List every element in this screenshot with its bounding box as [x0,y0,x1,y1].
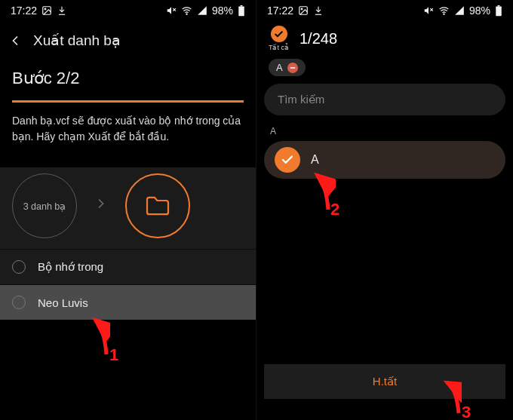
signal-icon [197,5,207,16]
chip-remove-icon[interactable] [287,63,298,73]
mute-icon [423,5,434,16]
step-title: Bước 2/2 [0,54,256,93]
signal-icon [454,5,465,16]
selection-chip[interactable]: A [269,59,306,76]
section-header: A [256,115,513,141]
selected-chip-row: A [256,54,513,84]
chevron-right-icon [94,195,109,217]
select-all-label: Tất cả [269,44,289,51]
body-text: Danh bạ.vcf sẽ được xuất vào bộ nhớ tron… [0,103,256,167]
select-all-toggle[interactable]: Tất cả [269,26,289,51]
radio-icon [12,260,26,274]
chip-label: A [276,62,283,73]
annotation-number-1: 1 [109,345,118,365]
battery-text: 98% [469,5,490,17]
svg-point-4 [186,14,187,14]
search-input[interactable]: Tìm kiếm [264,84,505,115]
contacts-count-label: 3 danh bạ [23,201,66,212]
checkmark-icon [271,26,287,42]
app-header: Xuất danh bạ [0,21,256,54]
svg-rect-6 [241,5,243,7]
mute-icon [166,5,177,16]
storage-option-neo-luvis[interactable]: Neo Luvis [0,284,256,320]
svg-point-11 [444,14,444,14]
annotation-number-2: 2 [330,200,339,219]
battery-icon [495,5,502,17]
status-bar: 17:22 98% [0,0,256,21]
battery-icon [238,5,245,17]
contact-name: A [311,153,319,167]
storage-option-internal[interactable]: Bộ nhớ trong [0,249,256,284]
selection-header: Tất cả 1/248 [256,21,513,54]
storage-option-label: Bộ nhớ trong [38,260,103,274]
done-label: H.tất [373,375,397,388]
header-title: Xuất danh bạ [33,32,121,49]
image-icon [298,5,309,16]
storage-option-list: Bộ nhớ trong Neo Luvis [0,249,256,320]
folder-target-circle [125,173,190,238]
screen-select-contacts: 17:22 98% [256,0,513,420]
download-icon [57,5,67,16]
svg-rect-5 [238,6,244,16]
svg-rect-14 [290,67,294,69]
selection-count: 1/248 [300,30,337,48]
wifi-icon [438,5,450,16]
svg-rect-12 [496,6,502,16]
contact-row[interactable]: A [264,141,505,179]
status-time: 17:22 [11,5,37,17]
status-bar: 17:22 98% [256,0,513,21]
back-icon[interactable] [8,33,23,48]
svg-rect-13 [498,5,500,7]
done-button[interactable]: H.tất [264,364,505,399]
contacts-count-circle: 3 danh bạ [12,173,77,238]
download-icon [313,5,324,16]
storage-option-label: Neo Luvis [38,296,88,309]
radio-icon [12,296,26,309]
screen-export-contacts: 17:22 98% Xuấ [0,0,256,420]
folder-icon [145,195,170,216]
export-graphic: 3 danh bạ [0,167,256,249]
annotation-arrow-1 [42,317,110,362]
search-placeholder: Tìm kiếm [278,93,324,106]
wifi-icon [181,5,192,16]
status-time: 17:22 [267,5,293,17]
svg-point-8 [301,8,303,10]
image-icon [41,5,52,16]
checkmark-icon [275,147,300,173]
battery-text: 98% [212,5,233,17]
annotation-number-3: 3 [462,403,471,420]
svg-point-1 [45,8,46,10]
